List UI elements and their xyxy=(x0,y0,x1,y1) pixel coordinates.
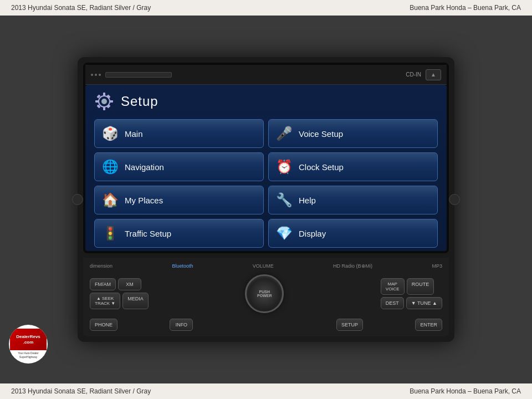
power-label: POWER xyxy=(257,294,272,298)
watermark-logo-text: DealerRevs .com xyxy=(16,334,40,345)
dashboard-unit: CD-IN ▲ xyxy=(78,57,454,342)
watermark-sub-text: Your Auto Dealer SuperHighway xyxy=(10,350,47,360)
dimension-label: dimension xyxy=(90,263,112,269)
cd-label: CD-IN xyxy=(406,71,421,78)
push-label: PUSH xyxy=(259,290,270,294)
menu-btn-navigation[interactable]: 🌐 Navigation xyxy=(94,152,264,181)
navigation-label: Navigation xyxy=(125,162,164,172)
side-button-left[interactable] xyxy=(72,194,83,205)
display-icon: 💎 xyxy=(275,224,293,242)
top-bar-dealer-info: Buena Park Honda – Buena Park, CA xyxy=(410,4,521,12)
phone-button[interactable]: PHONE xyxy=(90,319,117,331)
navigation-icon: 🌐 xyxy=(101,158,119,176)
my-places-label: My Places xyxy=(125,196,163,205)
svg-point-1 xyxy=(101,99,107,104)
svg-rect-5 xyxy=(110,100,113,103)
menu-btn-clock-setup[interactable]: ⏰ Clock Setup xyxy=(268,152,438,181)
help-label: Help xyxy=(299,196,316,205)
clock-setup-label: Clock Setup xyxy=(299,162,344,172)
voice-setup-label: Voice Setup xyxy=(299,129,343,139)
dot xyxy=(99,74,101,76)
xm-button[interactable]: XM xyxy=(118,278,141,290)
setup-button[interactable]: SETUP xyxy=(336,319,363,331)
dot xyxy=(91,74,93,76)
screen-bezel: CD-IN ▲ xyxy=(83,63,449,253)
map-voice-button[interactable]: MAP VOICE xyxy=(381,278,405,295)
side-button-right[interactable] xyxy=(449,194,460,205)
watermark-logo-area: DealerRevs .com xyxy=(10,329,47,351)
bottom-bar-car-info: 2013 Hyundai Sonata SE, Radiant Silver /… xyxy=(11,387,151,395)
main-label: Main xyxy=(125,129,143,139)
eject-button[interactable]: ▲ xyxy=(426,69,441,80)
menu-btn-main[interactable]: 🎲 Main xyxy=(94,119,264,148)
menu-btn-display[interactable]: 💎 Display xyxy=(268,219,438,248)
main-icon: 🎲 xyxy=(101,125,119,142)
setup-header: Setup xyxy=(94,91,438,111)
traffic-setup-icon: 🚦 xyxy=(101,224,119,242)
top-bar-car-info: 2013 Hyundai Sonata SE, Radiant Silver /… xyxy=(11,4,151,12)
controls-top-strip: dimension Bluetooth VOLUME HD Radio (B⊕M… xyxy=(90,262,442,270)
setup-title: Setup xyxy=(121,94,158,109)
controls-row-2: PHONE INFO SETUP ENTER xyxy=(90,318,442,332)
route-button[interactable]: ROUTE xyxy=(407,278,434,295)
enter-button[interactable]: ENTER xyxy=(415,319,442,331)
my-places-icon: 🏠 xyxy=(101,191,119,209)
menu-btn-help[interactable]: 🔧 Help xyxy=(268,186,438,214)
setup-gear-icon xyxy=(94,91,114,111)
push-power-button[interactable]: PUSH POWER xyxy=(245,274,284,313)
media-button[interactable]: MEDIA xyxy=(122,293,149,309)
menu-btn-traffic-setup[interactable]: 🚦 Traffic Setup xyxy=(94,219,264,248)
seek-track-button[interactable]: ▲ SEEK TRACK ▼ xyxy=(90,293,120,309)
bluetooth-label: Bluetooth xyxy=(172,263,193,269)
voice-setup-icon: 🎤 xyxy=(275,125,293,142)
menu-grid: 🎲 Main 🎤 Voice Setup 🌐 Navigation xyxy=(94,119,438,248)
clock-setup-icon: ⏰ xyxy=(275,158,293,176)
svg-rect-2 xyxy=(103,93,105,96)
volume-label: VOLUME xyxy=(253,263,274,269)
dest-button[interactable]: DEST xyxy=(381,297,404,309)
screen-top-left xyxy=(91,72,172,78)
dot xyxy=(95,74,97,76)
cd-slot xyxy=(105,72,172,78)
mp3-label: MP3 xyxy=(432,263,442,269)
fm-am-button[interactable]: FM/AM xyxy=(90,278,116,290)
screen-top-strip: CD-IN ▲ xyxy=(85,65,447,85)
watermark: DealerRevs .com Your Auto Dealer SuperHi… xyxy=(9,325,48,364)
controls-buttons-row-1: FM/AM XM ▲ SEEK TRACK ▼ MEDIA PUSH POWER… xyxy=(90,272,442,315)
tune-button[interactable]: ▼ TUNE ▲ xyxy=(406,297,442,309)
setup-screen: Setup 🎲 Main 🎤 Voice Setup xyxy=(85,85,447,251)
bottom-bar: 2013 Hyundai Sonata SE, Radiant Silver /… xyxy=(0,383,532,399)
display-label: Display xyxy=(299,229,326,238)
svg-rect-4 xyxy=(95,100,99,103)
menu-btn-my-places[interactable]: 🏠 My Places xyxy=(94,186,264,214)
help-icon: 🔧 xyxy=(275,191,293,209)
info-button[interactable]: INFO xyxy=(170,319,193,331)
traffic-setup-label: Traffic Setup xyxy=(125,229,171,238)
svg-rect-9 xyxy=(106,104,110,108)
controls-area: dimension Bluetooth VOLUME HD Radio (B⊕M… xyxy=(83,258,449,336)
menu-btn-voice-setup[interactable]: 🎤 Voice Setup xyxy=(268,119,438,148)
hd-radio-label: HD Radio (B⊕Mi) xyxy=(333,263,372,269)
dots-decoration xyxy=(91,74,101,76)
svg-rect-3 xyxy=(103,107,105,110)
top-bar: 2013 Hyundai Sonata SE, Radiant Silver /… xyxy=(0,0,532,16)
svg-rect-7 xyxy=(106,94,110,98)
bottom-bar-dealer-info: Buena Park Honda – Buena Park, CA xyxy=(410,387,521,395)
main-container: CD-IN ▲ xyxy=(0,16,532,383)
